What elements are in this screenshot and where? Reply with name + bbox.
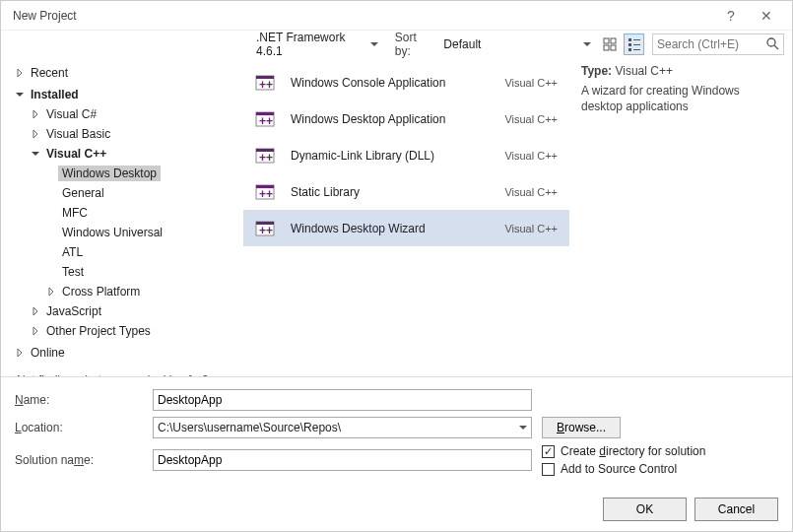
search-input[interactable]: [653, 37, 761, 51]
svg-rect-22: [256, 185, 274, 188]
chevron-right-icon: [29, 307, 42, 315]
svg-text:++: ++: [259, 114, 273, 128]
cpp-project-icon: ++: [251, 215, 279, 242]
chevron-down-icon: [366, 37, 378, 51]
tree-vbasic[interactable]: Visual Basic: [13, 125, 243, 143]
svg-rect-19: [256, 149, 274, 152]
svg-rect-25: [256, 222, 274, 225]
chevron-down-icon: [519, 421, 527, 434]
svg-rect-16: [256, 112, 274, 115]
tree-test[interactable]: Test: [13, 263, 243, 281]
project-fields: Name: Location: C:\Users\username\Source…: [1, 376, 792, 488]
location-label: Location:: [15, 421, 153, 434]
not-finding-text: Not finding what you are looking for?: [13, 366, 243, 376]
template-row[interactable]: ++Dynamic-Link Library (DLL)Visual C++: [243, 137, 569, 173]
create-directory-checkbox[interactable]: ✓ Create directory for solution: [542, 444, 778, 458]
help-icon[interactable]: ?: [713, 8, 749, 24]
svg-text:++: ++: [259, 78, 273, 92]
template-row[interactable]: ++Static LibraryVisual C++: [243, 173, 569, 210]
tree-recent[interactable]: Recent: [13, 64, 243, 82]
tree-atl[interactable]: ATL: [13, 243, 243, 261]
svg-rect-3: [611, 45, 616, 50]
details-pane: Type: Visual C++ A wizard for creating W…: [569, 58, 792, 376]
solution-name-input[interactable]: [153, 449, 532, 471]
template-name: Windows Desktop Application: [291, 112, 504, 126]
tree-windows-universal[interactable]: Windows Universal: [13, 224, 243, 241]
chevron-down-icon: [29, 150, 42, 158]
template-language: Visual C++: [504, 223, 569, 234]
cancel-button[interactable]: Cancel: [694, 498, 778, 521]
tree-windows-desktop[interactable]: Windows Desktop: [13, 165, 243, 182]
chevron-right-icon: [29, 130, 42, 138]
svg-rect-9: [633, 49, 640, 50]
template-row[interactable]: ++Windows Desktop WizardVisual C++: [243, 210, 569, 246]
svg-line-11: [774, 45, 778, 49]
cpp-project-icon: ++: [251, 69, 279, 97]
template-row[interactable]: ++Windows Desktop ApplicationVisual C++: [243, 100, 569, 137]
tree-vcpp[interactable]: Visual C++: [13, 145, 243, 163]
template-language: Visual C++: [504, 150, 569, 162]
chevron-right-icon: [29, 110, 42, 118]
svg-rect-13: [256, 76, 274, 79]
svg-rect-2: [604, 45, 609, 50]
sort-dropdown[interactable]: Default: [438, 33, 595, 55]
sort-value: Default: [443, 37, 578, 51]
checkbox-checked-icon: ✓: [542, 445, 555, 458]
chevron-right-icon: [44, 288, 58, 296]
solution-name-label: Solution name:: [15, 453, 153, 467]
cpp-project-icon: ++: [251, 105, 279, 133]
search-icon[interactable]: [761, 36, 783, 53]
tree-installed[interactable]: Installed: [13, 86, 243, 103]
framework-dropdown[interactable]: .NET Framework 4.6.1: [251, 33, 383, 55]
svg-point-10: [767, 38, 775, 46]
tree-javascript[interactable]: JavaScript: [13, 302, 243, 320]
svg-text:++: ++: [259, 187, 273, 201]
template-name: Dynamic-Link Library (DLL): [291, 149, 504, 163]
svg-rect-6: [628, 43, 631, 46]
template-list: ++Windows Console ApplicationVisual C+++…: [243, 58, 569, 376]
cpp-project-icon: ++: [251, 178, 279, 206]
view-small-icons-button[interactable]: [600, 33, 621, 55]
search-box[interactable]: [652, 33, 784, 55]
template-language: Visual C++: [504, 77, 569, 89]
svg-rect-5: [633, 39, 640, 40]
tree-vcsharp[interactable]: Visual C#: [13, 105, 243, 123]
sort-by-label: Sort by:: [395, 31, 433, 58]
tree-general[interactable]: General: [13, 184, 243, 202]
checkbox-unchecked-icon: [542, 463, 555, 476]
main-area: Recent Installed Visual C# Visual Basic …: [1, 58, 792, 376]
svg-rect-18: [256, 149, 274, 163]
add-source-control-checkbox[interactable]: Add to Source Control: [542, 462, 778, 476]
svg-text:++: ++: [259, 151, 273, 165]
template-row[interactable]: ++Windows Console ApplicationVisual C++: [243, 64, 569, 100]
template-name: Windows Console Application: [291, 76, 504, 90]
tree-other-types[interactable]: Other Project Types: [13, 322, 243, 340]
tree-cross-platform[interactable]: Cross Platform: [13, 283, 243, 300]
svg-rect-4: [628, 38, 631, 41]
svg-rect-0: [604, 38, 609, 43]
chevron-down-icon: [579, 37, 591, 51]
tree-mfc[interactable]: MFC: [13, 204, 243, 222]
type-label: Type:: [581, 64, 612, 78]
template-name: Static Library: [291, 185, 504, 199]
svg-rect-15: [256, 112, 274, 126]
svg-rect-1: [611, 38, 616, 43]
template-language: Visual C++: [504, 186, 569, 198]
view-list-button[interactable]: [624, 33, 644, 55]
svg-text:++: ++: [259, 224, 273, 237]
svg-rect-24: [256, 222, 274, 235]
svg-rect-12: [256, 76, 274, 90]
close-icon[interactable]: ✕: [749, 8, 784, 24]
browse-button[interactable]: Browse...: [542, 417, 621, 438]
cpp-project-icon: ++: [251, 142, 279, 169]
tree-online[interactable]: Online: [13, 344, 243, 362]
location-input[interactable]: C:\Users\username\Source\Repos\: [153, 417, 532, 438]
name-label: Name:: [15, 393, 153, 407]
template-description: A wizard for creating Windows desktop ap…: [581, 84, 780, 114]
window-title: New Project: [9, 9, 713, 23]
project-tree: Recent Installed Visual C# Visual Basic …: [1, 58, 243, 376]
name-input[interactable]: [153, 389, 532, 411]
svg-rect-21: [256, 185, 274, 199]
ok-button[interactable]: OK: [603, 498, 687, 521]
dialog-buttons: OK Cancel: [1, 488, 792, 531]
